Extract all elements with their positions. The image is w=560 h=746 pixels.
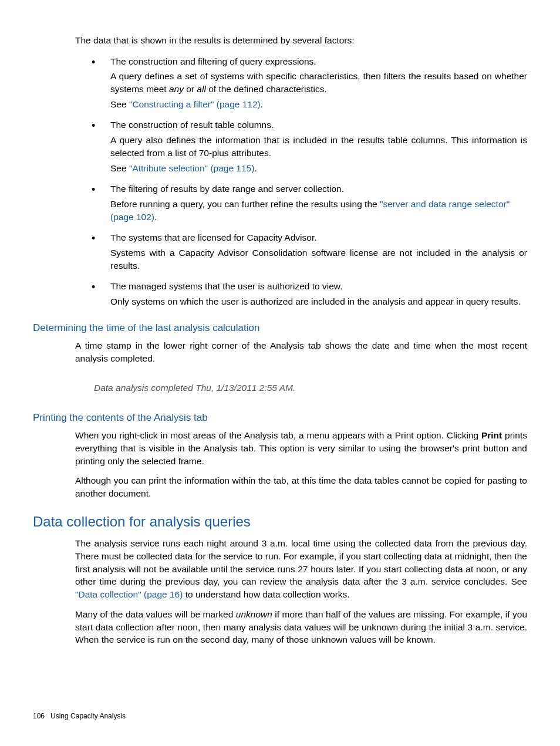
- section-heading-data-collection: Data collection for analysis queries: [33, 512, 527, 532]
- bullet-body: A query also defines the information tha…: [110, 134, 527, 159]
- body-text: Many of the data values will be marked u…: [75, 608, 527, 646]
- list-item: The construction of result table columns…: [87, 119, 527, 174]
- list-item: The construction and filtering of query …: [87, 55, 527, 111]
- bullet-body: Only systems on which the user is author…: [110, 295, 527, 308]
- body-text: Although you can print the information w…: [75, 474, 527, 499]
- body-text: When you right-click in most areas of th…: [75, 429, 527, 467]
- bullet-see: See "Constructing a filter" (page 112).: [110, 98, 527, 111]
- bullet-body: Before running a query, you can further …: [110, 198, 527, 223]
- bullet-lead: The systems that are licensed for Capaci…: [110, 231, 527, 244]
- bullet-body: Systems with a Capacity Advisor Consolid…: [110, 247, 527, 272]
- link-attribute-selection[interactable]: "Attribute selection" (page 115): [129, 163, 255, 173]
- list-item: The systems that are licensed for Capaci…: [87, 231, 527, 272]
- bullet-body: A query defines a set of systems with sp…: [110, 70, 527, 95]
- bullet-lead: The filtering of results by date range a…: [110, 183, 527, 195]
- list-item: The managed systems that the user is aut…: [87, 280, 527, 308]
- bullet-lead: The managed systems that the user is aut…: [110, 280, 527, 293]
- bullet-lead: The construction of result table columns…: [110, 119, 527, 131]
- subheading-printing: Printing the contents of the Analysis ta…: [33, 411, 527, 425]
- list-item: The filtering of results by date range a…: [87, 183, 527, 223]
- footer-label: Using Capacity Analysis: [50, 712, 126, 720]
- subheading-timestamp: Determining the time of the last analysi…: [33, 321, 527, 335]
- page-number: 106: [33, 712, 45, 720]
- link-data-collection[interactable]: "Data collection" (page 16): [75, 589, 183, 599]
- intro-text: The data that is shown in the results is…: [75, 34, 527, 47]
- body-text: A time stamp in the lower right corner o…: [75, 339, 527, 364]
- link-constructing-filter[interactable]: "Constructing a filter" (page 112): [129, 99, 261, 109]
- body-text: The analysis service runs each night aro…: [75, 537, 527, 600]
- bullet-lead: The construction and filtering of query …: [110, 55, 527, 68]
- page-footer: 106Using Capacity Analysis: [33, 711, 126, 721]
- bullet-see: See "Attribute selection" (page 115).: [110, 162, 527, 175]
- factors-list: The construction and filtering of query …: [87, 55, 527, 308]
- page-content: The data that is shown in the results is…: [0, 0, 560, 646]
- print-label: Print: [481, 430, 502, 440]
- timestamp-example: Data analysis completed Thu, 1/13/2011 2…: [94, 382, 527, 394]
